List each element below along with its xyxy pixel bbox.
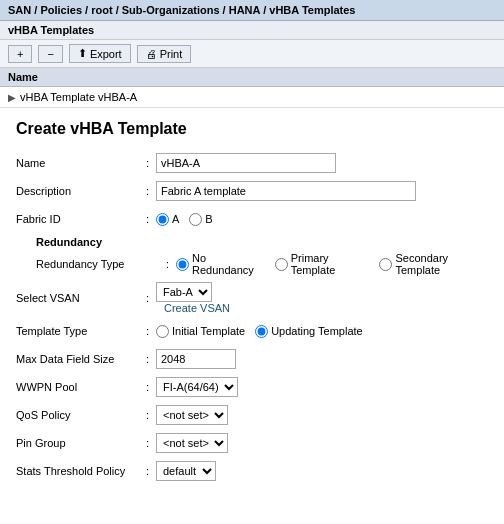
- redundancy-primary-radio[interactable]: [275, 258, 288, 271]
- form-container: Create vHBA Template Name : Description …: [0, 108, 504, 500]
- print-icon: 🖨: [146, 48, 157, 60]
- wwpn-pool-dropdown[interactable]: FI-A(64/64): [156, 377, 238, 397]
- fabric-id-value: A B: [156, 213, 488, 226]
- pin-group-value: <not set>: [156, 433, 488, 453]
- redundancy-secondary-label: Secondary Template: [395, 252, 488, 276]
- description-row: Description :: [16, 180, 488, 202]
- select-vsan-label: Select VSAN: [16, 292, 146, 304]
- qos-policy-value: <not set>: [156, 405, 488, 425]
- template-type-row: Template Type : Initial Template Updatin…: [16, 320, 488, 342]
- template-type-value: Initial Template Updating Template: [156, 325, 488, 338]
- fabric-id-b-radio[interactable]: [189, 213, 202, 226]
- wwpn-pool-row: WWPN Pool : FI-A(64/64): [16, 376, 488, 398]
- select-vsan-value: Fab-A Create VSAN: [156, 282, 488, 314]
- stats-threshold-row: Stats Threshold Policy : default: [16, 460, 488, 482]
- fabric-id-b-label: B: [205, 213, 212, 225]
- name-input[interactable]: [156, 153, 336, 173]
- pin-group-label: Pin Group: [16, 437, 146, 449]
- stats-threshold-dropdown[interactable]: default: [156, 461, 216, 481]
- description-input[interactable]: [156, 181, 416, 201]
- stats-threshold-value: default: [156, 461, 488, 481]
- redundancy-primary-label: Primary Template: [291, 252, 370, 276]
- name-value: [156, 153, 488, 173]
- description-value: [156, 181, 488, 201]
- fabric-id-row: Fabric ID : A B: [16, 208, 488, 230]
- form-title: Create vHBA Template: [16, 120, 488, 138]
- max-data-label: Max Data Field Size: [16, 353, 146, 365]
- add-button[interactable]: +: [8, 45, 32, 63]
- breadcrumb-policies[interactable]: Policies: [40, 4, 82, 16]
- redundancy-no-label: No Redundancy: [192, 252, 265, 276]
- template-updating-radio[interactable]: [255, 325, 268, 338]
- redundancy-section-header: Redundancy: [16, 236, 488, 248]
- redundancy-no-item[interactable]: No Redundancy: [176, 252, 265, 276]
- select-vsan-row: Select VSAN : Fab-A Create VSAN: [16, 282, 488, 314]
- toolbar: + − ⬆ Export 🖨 Print: [0, 40, 504, 68]
- remove-button[interactable]: −: [38, 45, 62, 63]
- breadcrumb-suborgs[interactable]: Sub-Organizations: [122, 4, 220, 16]
- pin-group-dropdown[interactable]: <not set>: [156, 433, 228, 453]
- fabric-id-a-label: A: [172, 213, 179, 225]
- fabric-id-a-radio[interactable]: [156, 213, 169, 226]
- redundancy-type-value: No Redundancy Primary Template Secondary…: [176, 252, 488, 276]
- wwpn-pool-label: WWPN Pool: [16, 381, 146, 393]
- fabric-id-a-item[interactable]: A: [156, 213, 179, 226]
- tree-arrow-icon: ▶: [8, 92, 16, 103]
- print-button[interactable]: 🖨 Print: [137, 45, 192, 63]
- redundancy-primary-item[interactable]: Primary Template: [275, 252, 370, 276]
- select-vsan-dropdown[interactable]: Fab-A: [156, 282, 212, 302]
- breadcrumb-hana[interactable]: HANA: [229, 4, 260, 16]
- qos-policy-label: QoS Policy: [16, 409, 146, 421]
- stats-threshold-label: Stats Threshold Policy: [16, 465, 146, 477]
- redundancy-secondary-item[interactable]: Secondary Template: [379, 252, 488, 276]
- tree-row-vhba[interactable]: ▶ vHBA Template vHBA-A: [0, 87, 504, 108]
- export-button[interactable]: ⬆ Export: [69, 44, 131, 63]
- max-data-value: [156, 349, 488, 369]
- qos-policy-row: QoS Policy : <not set>: [16, 404, 488, 426]
- redundancy-no-radio[interactable]: [176, 258, 189, 271]
- template-updating-item[interactable]: Updating Template: [255, 325, 363, 338]
- wwpn-pool-value: FI-A(64/64): [156, 377, 488, 397]
- redundancy-secondary-radio[interactable]: [379, 258, 392, 271]
- subheader: vHBA Templates: [0, 21, 504, 40]
- template-updating-label: Updating Template: [271, 325, 363, 337]
- breadcrumb-san[interactable]: SAN: [8, 4, 31, 16]
- description-label: Description: [16, 185, 146, 197]
- create-vsan-link[interactable]: Create VSAN: [164, 302, 230, 314]
- name-row: Name :: [16, 152, 488, 174]
- qos-policy-dropdown[interactable]: <not set>: [156, 405, 228, 425]
- redundancy-type-label: Redundancy Type: [36, 258, 166, 270]
- column-header: Name: [0, 68, 504, 87]
- template-initial-label: Initial Template: [172, 325, 245, 337]
- pin-group-row: Pin Group : <not set>: [16, 432, 488, 454]
- export-icon: ⬆: [78, 47, 87, 60]
- template-initial-item[interactable]: Initial Template: [156, 325, 245, 338]
- breadcrumb-root[interactable]: root: [91, 4, 112, 16]
- template-type-label: Template Type: [16, 325, 146, 337]
- breadcrumb-current: vHBA Templates: [269, 4, 355, 16]
- max-data-row: Max Data Field Size :: [16, 348, 488, 370]
- fabric-id-b-item[interactable]: B: [189, 213, 212, 226]
- template-initial-radio[interactable]: [156, 325, 169, 338]
- fabric-id-label: Fabric ID: [16, 213, 146, 225]
- max-data-input[interactable]: [156, 349, 236, 369]
- name-label: Name: [16, 157, 146, 169]
- breadcrumb: SAN / Policies / root / Sub-Organization…: [0, 0, 504, 21]
- redundancy-type-row: Redundancy Type : No Redundancy Primary …: [16, 252, 488, 276]
